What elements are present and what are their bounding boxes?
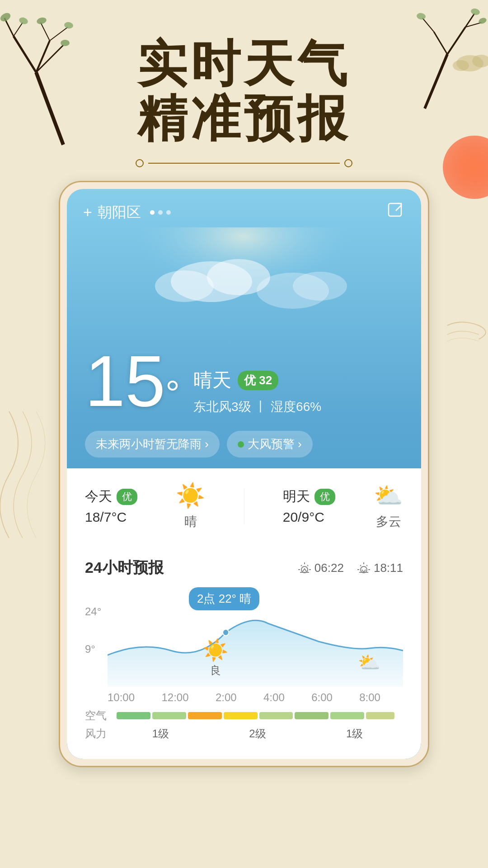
- chart-cloud-icon: ⛅: [358, 652, 380, 673]
- today-temp: 18/7°C: [85, 509, 127, 525]
- wind-alert-text: 大风预警 ›: [248, 436, 302, 452]
- aq-seg-5: [259, 712, 293, 719]
- time-1200: 12:00: [161, 691, 188, 704]
- today-weather-icon: ☀️: [176, 482, 205, 509]
- divider-circle-right: [344, 159, 352, 167]
- alert-dot: [238, 441, 244, 448]
- tomorrow-temp: 20/9°C: [283, 509, 324, 525]
- sun-times: 06:22: [298, 561, 403, 575]
- weather-condition: 晴天: [193, 368, 231, 393]
- today-forecast: 今天 优 18/7°C: [85, 487, 137, 525]
- temperature-display: 15°: [85, 345, 180, 417]
- aq-seg-1: [117, 712, 150, 719]
- chart-y-labels: 24° 9°: [85, 605, 101, 656]
- tomorrow-icon-area: ⛅ 多云: [374, 482, 403, 530]
- rain-alert-text: 未来两小时暂无降雨 ›: [96, 436, 209, 452]
- chart-area: 2点 22° 晴 24° 9°: [85, 587, 403, 687]
- tomorrow-forecast: 明天 优 20/9°C: [283, 487, 335, 525]
- divider-circle-left: [136, 159, 144, 167]
- y-label-low: 9°: [85, 643, 101, 656]
- today-condition: 晴: [184, 513, 197, 530]
- air-quality-row: 空气: [85, 708, 403, 723]
- time-200: 2:00: [216, 691, 237, 704]
- time-axis: 10:00 12:00 2:00 4:00 6:00 8:00: [85, 691, 403, 704]
- header-left: + 朝阳区: [83, 203, 171, 222]
- weather-card: + 朝阳区: [67, 189, 421, 759]
- divider-line: [148, 163, 340, 164]
- sunset-time: 18:11: [357, 561, 403, 575]
- wind-levels: 1级 2级 1级: [112, 726, 403, 741]
- aq-seg-6: [295, 712, 328, 719]
- aq-seg-3: [188, 712, 222, 719]
- daily-forecast: 今天 优 18/7°C ☀️ 晴: [67, 468, 421, 544]
- title-line1: 实时天气: [0, 36, 488, 91]
- today-label: 今天: [85, 487, 112, 506]
- time-1000: 10:00: [108, 691, 135, 704]
- wind-label: 风力: [85, 726, 112, 741]
- tomorrow-label: 明天: [283, 487, 310, 506]
- wind-level-1: 1级: [152, 726, 169, 741]
- forecast-header: 24小时预报: [85, 557, 403, 578]
- aq-seg-2: [152, 712, 186, 719]
- dot-1[interactable]: [150, 210, 155, 215]
- wind-row: 风力 1级 2级 1级: [85, 726, 403, 741]
- aqi-badge: 优 32: [238, 371, 278, 390]
- wind-humidity: 东北风3级 丨 湿度66%: [193, 398, 321, 415]
- sunset-icon: [357, 561, 370, 574]
- aq-seg-4: [224, 712, 258, 719]
- sunrise-icon: [298, 561, 311, 574]
- temperature-value: 15: [85, 340, 165, 421]
- dot-3[interactable]: [166, 210, 171, 215]
- svg-point-34: [301, 566, 308, 573]
- forecast-24h: 24小时预报: [67, 544, 421, 759]
- dot-2[interactable]: [158, 210, 163, 215]
- daily-divider: [244, 488, 244, 524]
- svg-point-33: [293, 272, 347, 301]
- share-button[interactable]: [387, 202, 405, 223]
- divider-ornament: [131, 159, 357, 167]
- wind-alert-button[interactable]: 大风预警 ›: [227, 431, 313, 458]
- weather-detail: 晴天 优 32 东北风3级 丨 湿度66%: [193, 345, 321, 415]
- page-dots: [150, 210, 171, 215]
- chart-sun-condition: 良: [202, 663, 228, 678]
- sky-area: [67, 227, 421, 345]
- y-label-high: 24°: [85, 605, 101, 618]
- temp-section: 15° 晴天 优 32 东北风3级 丨: [67, 345, 421, 426]
- add-location-button[interactable]: +: [83, 203, 92, 221]
- air-quality-label: 空气: [85, 708, 112, 723]
- time-400: 4:00: [263, 691, 285, 704]
- today-aqi: 优: [117, 489, 137, 505]
- sunset-value: 18:11: [374, 561, 403, 575]
- aq-seg-7: [330, 712, 364, 719]
- tomorrow-weather-icon: ⛅: [374, 482, 403, 509]
- card-header: + 朝阳区: [67, 189, 421, 227]
- today-icon-area: ☀️ 晴: [176, 482, 205, 530]
- svg-rect-26: [389, 203, 401, 216]
- tomorrow-aqi: 优: [314, 489, 335, 505]
- wind-level-3: 1级: [346, 726, 363, 741]
- title-line2: 精准预报: [0, 91, 488, 146]
- svg-point-44: [223, 629, 229, 636]
- alert-row: 未来两小时暂无降雨 › 大风预警 ›: [67, 426, 421, 468]
- time-600: 6:00: [311, 691, 333, 704]
- location-name: 朝阳区: [98, 203, 141, 222]
- degree-symbol: °: [165, 373, 180, 414]
- aq-seg-8: [366, 712, 394, 719]
- time-800: 8:00: [359, 691, 380, 704]
- air-quality-bar: [117, 712, 399, 719]
- title-area: 实时天气 精准预报: [0, 0, 488, 146]
- svg-line-27: [396, 205, 401, 211]
- card-frame: + 朝阳区: [59, 181, 429, 767]
- rain-alert-button[interactable]: 未来两小时暂无降雨 ›: [85, 431, 220, 458]
- tomorrow-condition: 多云: [376, 513, 401, 530]
- sunrise-time: 06:22: [298, 561, 344, 575]
- sunrise-value: 06:22: [314, 561, 344, 575]
- card-container: + 朝阳区: [59, 181, 429, 767]
- forecast-24h-title: 24小时预报: [85, 557, 164, 578]
- svg-point-31: [155, 270, 214, 302]
- wind-level-2: 2级: [249, 726, 266, 741]
- chart-sun-icon: ☀️ 良: [202, 638, 228, 678]
